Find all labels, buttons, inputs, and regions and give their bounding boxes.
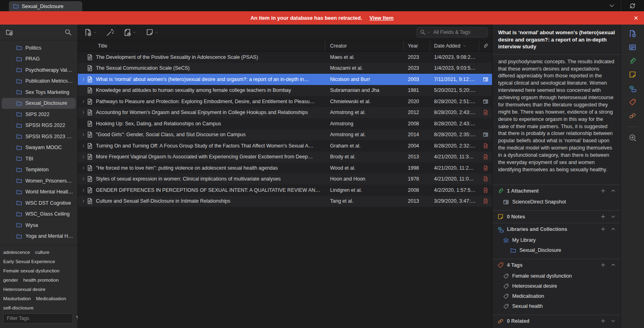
collection-item[interactable]: Sexual_Disclosure	[497, 245, 616, 255]
sidenav-notes-button[interactable]	[627, 71, 639, 79]
tag-item[interactable]: Heterosexual desire	[497, 281, 616, 291]
expand-twisty[interactable]	[80, 133, 87, 137]
column-header-creator[interactable]: Creator	[325, 40, 404, 51]
sidenav-libraries-button[interactable]	[627, 84, 639, 93]
sidenav-attachments-button[interactable]	[627, 57, 639, 65]
expand-twisty[interactable]	[80, 166, 87, 170]
collection-item[interactable]: WSC_Glass Ceiling	[2, 209, 76, 220]
add-by-identifier-button[interactable]	[106, 29, 114, 36]
abstract-text[interactable]: and psychodynamic concepts. The results …	[492, 55, 621, 185]
collection-item[interactable]: Sex Toys Marketing	[2, 87, 76, 98]
tag-selector-item[interactable]: self-disclosure	[3, 305, 33, 311]
add-tag-icon[interactable]	[600, 262, 606, 268]
table-row[interactable]: Styles of sexual expression in women: Cl…	[78, 174, 492, 185]
view-item-link[interactable]: View Item	[370, 15, 394, 21]
tag-selector-item[interactable]: health promotion	[23, 277, 59, 283]
collection-item[interactable]: Publication Metrics …	[2, 76, 76, 87]
collapse-section-icon[interactable]	[611, 262, 616, 268]
collection-item[interactable]: SPSSI RGS 2022	[2, 120, 76, 131]
table-row[interactable]: GENDER DIFFERENCES IN PERCEPTIONS OF SEX…	[78, 185, 492, 196]
table-row[interactable]: "He forced me to love him": putting viol…	[78, 162, 492, 174]
banner-close-icon[interactable]: ✕	[634, 11, 638, 25]
table-row[interactable]: Accounting for Women's Orgasm and Sexual…	[78, 107, 492, 118]
add-attachment-icon[interactable]	[600, 188, 606, 193]
collection-item[interactable]: WSC DST Cognitive	[2, 197, 76, 209]
notes-header[interactable]: 0 Notes	[497, 211, 616, 223]
collection-item[interactable]: Sexual_Disclosure	[2, 98, 76, 109]
expand-twisty[interactable]	[80, 177, 87, 181]
collection-item[interactable]: SIPS 2022	[2, 109, 76, 120]
table-row[interactable]: What is ‘normal’ about women's (hetero)s…	[78, 74, 492, 85]
expand-twisty[interactable]	[80, 199, 87, 203]
collection-item[interactable]: Psychotherapy Value…	[2, 64, 76, 76]
column-header-attachment[interactable]	[479, 40, 492, 51]
search-input[interactable]	[433, 29, 484, 35]
column-header-date-added[interactable]: Date Added	[430, 40, 479, 51]
tag-selector-item[interactable]: culture	[35, 249, 49, 255]
collection-item[interactable]: World Mental Healt…	[2, 187, 76, 198]
tag-item[interactable]: Sexual health	[497, 301, 616, 311]
libraries-header[interactable]: Libraries and Collections	[497, 223, 616, 235]
table-row[interactable]: Hooking Up: Sex, Dating, and Relationshi…	[78, 118, 492, 129]
tag-selector-item[interactable]: Medicalisation	[36, 296, 66, 301]
collection-item[interactable]: Swayam MOOC	[2, 142, 76, 154]
new-attachment-button[interactable]	[124, 29, 136, 36]
add-related-icon[interactable]	[600, 318, 606, 324]
new-note-button[interactable]	[146, 29, 158, 36]
collection-item[interactable]: Templeton	[2, 164, 76, 176]
collection-item[interactable]: PRAG	[2, 54, 76, 65]
new-item-button[interactable]	[84, 29, 97, 36]
table-row[interactable]: The Development of the Positive Sexualit…	[78, 52, 492, 63]
table-row[interactable]: Pathways to Pleasure and Protection: Exp…	[78, 96, 492, 107]
filter-collections-icon[interactable]	[64, 29, 72, 36]
expand-twisty[interactable]	[80, 110, 87, 114]
tags-header[interactable]: 4 Tags	[497, 259, 616, 271]
new-collection-icon[interactable]	[6, 29, 13, 36]
collapse-section-icon[interactable]	[611, 226, 616, 232]
expand-twisty[interactable]	[80, 155, 87, 159]
search-box[interactable]	[416, 27, 488, 37]
expand-twisty[interactable]	[80, 144, 87, 148]
sidenav-locate-button[interactable]	[627, 133, 639, 142]
tab-sexual-disclosure[interactable]: Sexual_Disclosure	[9, 1, 82, 11]
sync-button[interactable]	[621, 2, 644, 9]
expand-section-icon[interactable]	[611, 318, 616, 324]
collection-item[interactable]: TBI	[2, 153, 76, 164]
expand-section-icon[interactable]	[611, 214, 616, 219]
collection-item[interactable]: SPSSI RGS 2023 Mar…	[2, 131, 76, 142]
table-row[interactable]: More Frequent Vaginal Orgasm Is Associat…	[78, 152, 492, 163]
tag-selector-item[interactable]: Female sexual dysfunction	[3, 268, 60, 274]
filter-tags-input[interactable]	[3, 313, 73, 324]
attachment-item[interactable]: ScienceDirect Snapshot	[497, 197, 616, 207]
tag-selector-item[interactable]: Masturbation	[3, 296, 31, 301]
collection-item[interactable]: Yoga and Mental He…	[2, 231, 76, 242]
column-header-title[interactable]: Title	[78, 40, 325, 51]
collection-item[interactable]: Politics	[2, 42, 76, 54]
list-all-tabs-icon[interactable]	[609, 2, 615, 9]
sidenav-abstract-button[interactable]	[627, 43, 639, 52]
table-row[interactable]: Culture and Sexual Self-Disclosure in In…	[78, 196, 492, 207]
tag-item[interactable]: Medicalisation	[497, 291, 616, 301]
add-note-icon[interactable]	[600, 214, 606, 219]
collection-item[interactable]: Wysa	[2, 220, 76, 231]
table-row[interactable]: Knowledge and attitudes to human sexuali…	[78, 85, 492, 96]
table-row[interactable]: The Sexual Communication Scale (SeCS) Mo…	[78, 63, 492, 74]
library-item[interactable]: My Library	[497, 235, 616, 245]
expand-twisty[interactable]	[80, 188, 87, 192]
add-to-collection-icon[interactable]	[600, 226, 606, 232]
column-header-year[interactable]: Year	[404, 40, 430, 51]
sidenav-tags-button[interactable]	[627, 98, 639, 106]
table-row[interactable]: Turning On and Turning Off: A Focus Grou…	[78, 140, 492, 152]
expand-twisty[interactable]	[80, 100, 87, 104]
related-header[interactable]: 0 Related	[497, 315, 616, 327]
sidenav-related-button[interactable]	[627, 112, 639, 120]
tag-selector-item[interactable]: adolescence	[3, 249, 30, 255]
table-row[interactable]: "Good Girls": Gender, Social Class, and …	[78, 129, 492, 141]
tag-item[interactable]: Female sexual dysfunction	[497, 271, 616, 281]
expand-twisty[interactable]	[80, 77, 87, 81]
sidenav-info-button[interactable]	[627, 29, 639, 38]
attachments-header[interactable]: 1 Attachment	[497, 185, 616, 197]
collection-item[interactable]: Women_Prisoners_B…	[2, 175, 76, 187]
tag-selector-item[interactable]: Early Sexual Experience	[3, 259, 55, 264]
collapse-section-icon[interactable]	[611, 188, 616, 193]
